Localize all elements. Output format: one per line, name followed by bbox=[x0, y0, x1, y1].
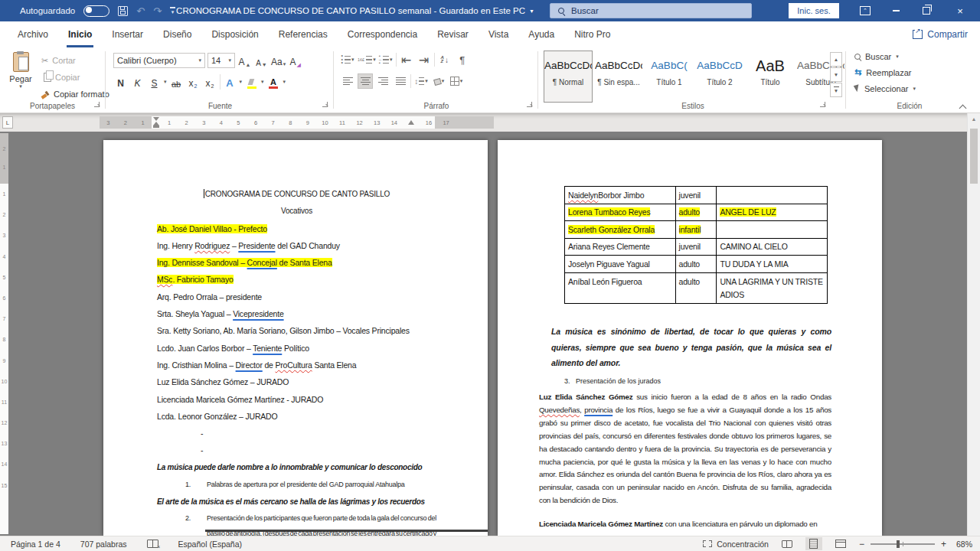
collapse-ribbon-button[interactable] bbox=[960, 100, 969, 108]
tab-insertar[interactable]: Insertar bbox=[102, 21, 153, 47]
style-card[interactable]: AaBbC(Título 1 bbox=[645, 51, 694, 103]
table-cell[interactable]: adulto bbox=[676, 273, 717, 304]
doc-line[interactable]: Ing. Cristhian Molina – Director de ProC… bbox=[157, 357, 436, 373]
autosave-toggle[interactable] bbox=[83, 5, 109, 17]
bullets-button[interactable]: ▾ bbox=[340, 52, 355, 67]
align-center-button[interactable] bbox=[358, 73, 373, 89]
find-button[interactable]: Buscar▾ bbox=[854, 49, 971, 64]
font-size-combo[interactable]: 14▾ bbox=[207, 53, 235, 68]
justify-button[interactable] bbox=[393, 73, 408, 89]
table-cell[interactable]: TU DUDA Y LA MIA bbox=[717, 256, 828, 273]
table-cell[interactable]: Joselyn Piguave Yagual bbox=[565, 256, 676, 273]
select-button[interactable]: Seleccionar▾ bbox=[854, 81, 971, 96]
style-card[interactable]: AaBbCcDc¶ Sin espa... bbox=[594, 51, 643, 103]
change-case-button[interactable]: Aa▾ bbox=[271, 52, 286, 69]
shading-button[interactable]: ▾ bbox=[431, 73, 446, 89]
minimize-button[interactable] bbox=[882, 0, 910, 21]
line-spacing-button[interactable]: ↕▾ bbox=[413, 73, 429, 89]
tab-revisar[interactable]: Revisar bbox=[427, 21, 479, 47]
zoom-slider-thumb[interactable] bbox=[897, 540, 900, 548]
doc-line[interactable]: Arq. Pedro Orrala – presidente bbox=[157, 289, 436, 305]
table-cell[interactable]: UNA LAGRIMA Y UN TRISTE ADIOS bbox=[717, 273, 828, 304]
clipboard-dialog-launcher[interactable] bbox=[94, 102, 101, 109]
table-cell[interactable] bbox=[717, 221, 828, 239]
doc-line[interactable]: CRONOGRAMA DE CONCURSO DE CANTO PASILLO bbox=[157, 186, 436, 203]
font-dialog-launcher[interactable] bbox=[322, 102, 329, 109]
scroll-up-arrow-icon[interactable]: ▲ bbox=[968, 113, 980, 125]
decrease-indent-button[interactable]: ⇤ bbox=[399, 52, 414, 67]
doc-line[interactable]: Ing. Dennisse Sandoval – Concejal de San… bbox=[157, 254, 436, 271]
align-left-button[interactable] bbox=[340, 73, 355, 89]
indent-markers[interactable] bbox=[152, 117, 161, 129]
format-painter-button[interactable]: Copiar formato bbox=[41, 86, 109, 102]
redo-icon[interactable]: ↷ bbox=[153, 6, 162, 16]
quote-line[interactable]: El arte de la música es el más cercano s… bbox=[157, 493, 436, 510]
doc-line[interactable]: Ab. José Daniel Villao - Prefecto bbox=[157, 220, 436, 237]
right-indent-marker[interactable] bbox=[408, 120, 414, 125]
tab-stop-selector[interactable]: L bbox=[2, 116, 13, 129]
paste-button[interactable]: Pegar ▾ bbox=[3, 51, 38, 104]
table-cell[interactable]: Ariana Reyes Clemente bbox=[565, 239, 676, 256]
table-cell[interactable]: Scarleth González Orrala bbox=[565, 221, 676, 239]
read-mode-button[interactable] bbox=[779, 537, 795, 550]
table-cell[interactable]: Aníbal León Figueroa bbox=[565, 273, 676, 304]
tab-disposición[interactable]: Disposición bbox=[201, 21, 268, 47]
replace-button[interactable]: ⇆Reemplazar bbox=[854, 65, 971, 80]
page-2[interactable]: Naidelyn Borbor JimbojuvenilLorena Tumba… bbox=[498, 140, 882, 536]
styles-more-button[interactable]: ▼ bbox=[830, 83, 842, 97]
doc-line[interactable]: Ing. Henry Rodriguez – Presidente del GA… bbox=[157, 237, 436, 254]
doc-line[interactable]: Sra. Ketty Soriano, Ab. María Soriano, G… bbox=[157, 322, 436, 339]
font-color-button[interactable]: A bbox=[266, 73, 281, 90]
save-icon[interactable] bbox=[118, 6, 128, 16]
tab-ayuda[interactable]: Ayuda bbox=[518, 21, 564, 47]
chevron-down-icon[interactable]: ▾ bbox=[283, 79, 286, 85]
tab-vista[interactable]: Vista bbox=[479, 21, 518, 47]
highlight-button[interactable] bbox=[244, 73, 259, 90]
numbered-item[interactable]: 1. Palabras de apertura por el president… bbox=[157, 476, 436, 493]
tab-referencias[interactable]: Referencias bbox=[269, 21, 338, 47]
multilevel-list-button[interactable]: ▾ bbox=[378, 52, 394, 67]
jury-paragraph-2[interactable]: Licenciada Maricela Gómez Martínez con u… bbox=[539, 518, 831, 531]
underline-button[interactable]: S bbox=[147, 73, 162, 90]
show-paragraph-marks-button[interactable]: ¶ bbox=[455, 52, 470, 67]
zoom-out-button[interactable]: − bbox=[859, 539, 864, 549]
web-layout-button[interactable] bbox=[832, 537, 849, 550]
chevron-down-icon[interactable]: ▾ bbox=[164, 79, 167, 85]
jury-paragraph-1[interactable]: Luz Elida Sánchez Gómez sus inicio fuero… bbox=[539, 391, 831, 507]
sign-in-button[interactable]: Inic. ses. bbox=[789, 3, 839, 18]
tab-nitro-pro[interactable]: Nitro Pro bbox=[564, 21, 620, 47]
vertical-scrollbar[interactable]: ▲ bbox=[967, 113, 980, 536]
styles-scroll-down-button[interactable]: ▼ bbox=[830, 67, 842, 82]
styles-dialog-launcher[interactable] bbox=[820, 102, 827, 109]
strikethrough-button[interactable]: ab bbox=[169, 73, 184, 90]
vertical-ruler[interactable]: 21 123456789101112131415 bbox=[0, 133, 8, 534]
tab-diseño[interactable]: Diseño bbox=[153, 21, 201, 47]
chevron-down-icon[interactable]: ▾ bbox=[261, 79, 264, 85]
table-cell[interactable]: Naidelyn Borbor Jimbo bbox=[565, 187, 676, 204]
ribbon-display-options-button[interactable]: ⌃ bbox=[851, 0, 879, 21]
borders-button[interactable]: ▾ bbox=[449, 73, 464, 89]
styles-scroll-up-button[interactable]: ▲ bbox=[830, 52, 842, 67]
close-button[interactable]: × bbox=[946, 0, 974, 21]
page-1[interactable]: CRONOGRAMA DE CONCURSO DE CANTO PASILLOV… bbox=[103, 140, 488, 536]
paragraph-dialog-launcher[interactable] bbox=[527, 102, 534, 109]
search-box[interactable]: Buscar bbox=[550, 3, 752, 18]
increase-indent-button[interactable]: ⇥ bbox=[416, 52, 432, 67]
language-indicator[interactable]: Español (España) bbox=[178, 540, 242, 549]
restore-button[interactable] bbox=[913, 0, 940, 21]
table-cell[interactable]: ANGEL DE LUZ bbox=[717, 204, 828, 222]
sort-button[interactable]: AZ↓ bbox=[437, 52, 452, 67]
subscript-button[interactable]: x2 bbox=[186, 73, 201, 90]
numbering-button[interactable]: ▾ bbox=[358, 52, 376, 67]
quote-line[interactable]: La música puede darle nombre a lo innomb… bbox=[157, 459, 436, 476]
table-cell[interactable]: adulto bbox=[676, 204, 717, 222]
superscript-button[interactable]: x2 bbox=[203, 73, 217, 90]
proofing-errors-icon[interactable]: × bbox=[147, 540, 158, 548]
style-card[interactable]: AaBbCcDTítulo 2 bbox=[695, 51, 744, 103]
align-right-button[interactable] bbox=[375, 73, 390, 89]
zoom-slider[interactable] bbox=[871, 543, 935, 545]
italic-button[interactable]: K bbox=[130, 73, 145, 90]
shrink-font-button[interactable]: A▼ bbox=[254, 52, 269, 69]
table-cell[interactable]: Lorena Tumbaco Reyes bbox=[565, 204, 676, 222]
title-chevron-icon[interactable]: ▼ bbox=[529, 8, 534, 14]
